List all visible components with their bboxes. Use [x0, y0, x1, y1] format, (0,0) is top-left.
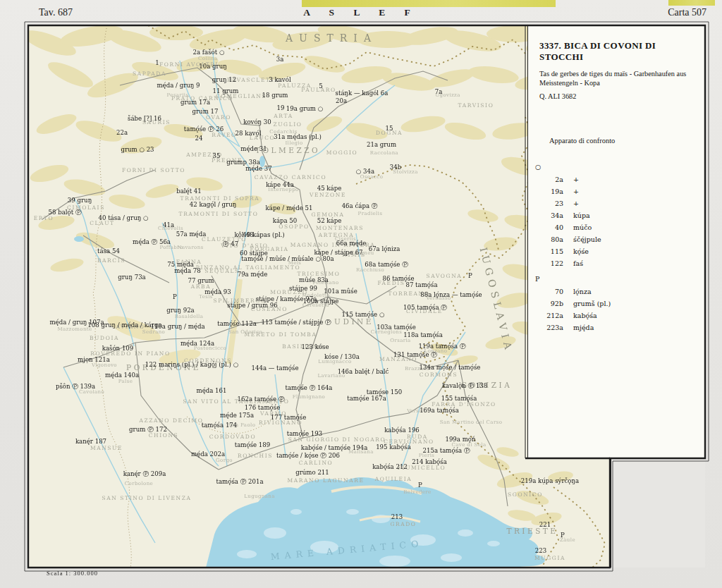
datapoint-label: 45 kápe	[317, 185, 342, 192]
datapoint-label: šábe [?] 16	[128, 115, 161, 122]
legend-panel: 3337. BICA DI COVONI DI STOCCHI Tas de g…	[528, 26, 705, 458]
datapoint-label: 24	[195, 135, 203, 142]
datapoint-label: kavalǫ̀n Ⓟ 138	[442, 382, 487, 391]
datapoint-label: 110a gruŋ / mę́da	[150, 323, 204, 330]
datapoint-label: tamǫ́śa 174	[202, 422, 238, 429]
datapoint-label: 46a ćápa Ⓟ	[342, 202, 378, 211]
datapoint-label: stájpe 99	[289, 285, 317, 292]
datapoint-label: kovóŋ 30	[243, 118, 271, 125]
legend-item: 34akúpa	[539, 209, 694, 221]
legend-item-word: śčę́jpule	[573, 233, 601, 245]
datapoint-label: grum 17	[192, 108, 219, 115]
datapoint-label: Ⓟ 47	[223, 240, 238, 249]
datapoint-label: tamǫ́śe Ⓟ 26	[184, 125, 224, 134]
datapoint-label: tamǫ́śe 112a	[217, 320, 257, 327]
map-subtitle: Tas de gerbes de tiges du maïs - Garbenh…	[539, 69, 694, 87]
datapoint-label: 1	[155, 59, 159, 66]
legend-item-word: +	[573, 197, 579, 209]
datapoint-label: mę́da 202a	[191, 451, 225, 458]
datapoint-label: 15	[386, 125, 393, 132]
legend-item-number: 92b	[539, 298, 573, 310]
datapoint-label: kápe 44a	[266, 181, 294, 188]
legend-item-word: mję́da	[573, 321, 594, 333]
datapoint-label: 87 tamǫ́śa	[405, 281, 437, 288]
datapoint-label: balę́t 41	[176, 188, 202, 195]
datapoint-label: 40 tása / gruŋ ○	[98, 214, 148, 221]
datapoint-label: 162a tamǫ́śe Ⓟ	[238, 396, 285, 404]
legend-item: 2a+	[539, 173, 694, 185]
datapoint-label: gruŋ 12	[212, 76, 236, 83]
datapoint-label: mę́da 124a	[180, 340, 214, 347]
questionnaire-ref: Q. ALI 3682	[539, 92, 694, 100]
legend-item-number: 80a	[539, 233, 573, 245]
datapoint-label: 118a tamǫ́śa	[403, 331, 443, 338]
datapoint-label: P	[561, 532, 565, 539]
datapoint-label: kanę́r 187	[75, 438, 106, 445]
datapoint-label: 113 tamǫ́śe / stájpje Ⓟ	[261, 319, 331, 327]
datapoint-label: mę́de 37	[245, 165, 272, 172]
legend-item-word: kúpa	[573, 209, 590, 221]
datapoint-label: 19a grum ○	[286, 105, 323, 112]
datapoint-label: 77 grum	[188, 277, 214, 284]
datapoint-label: 10a gruŋ	[199, 63, 226, 70]
datapoint-label: 19	[277, 104, 285, 111]
datapoint-label: 2a fašót ○	[193, 49, 225, 56]
datapoint-label: 169a tamǫ́śa	[420, 407, 459, 414]
datapoint-label: 67a lǫ́niza	[369, 245, 400, 252]
legend-item-word: múčo	[573, 221, 592, 233]
datapoint-label: P	[173, 293, 177, 300]
datapoint-label: stájpe / grum 96	[227, 302, 278, 309]
datapoint-label: 7a	[435, 88, 443, 95]
datapoint-label: 131 tamǫ́śe Ⓟ	[393, 351, 437, 360]
datapoint-label: 122 mariŋs (pl.) / kagǫ́j (pl.) ○	[145, 361, 238, 368]
datapoint-label: mę́da 78	[174, 267, 201, 274]
legend-item-number: 34a	[539, 209, 573, 221]
datapoint-label: 41a	[163, 221, 174, 228]
datapoint-label: mjọn 121a	[78, 356, 110, 363]
datapoint-label: 18 grum	[262, 92, 288, 99]
datapoint-label: grúmo 211	[295, 469, 329, 476]
page-header: Tav. 687 A S L E F Carta 507	[0, 7, 722, 23]
datapoint-label: 177 tamǫ́śe	[271, 414, 307, 421]
legend-item: 92bgrumš (pl.)	[539, 298, 694, 310]
datapoint-label: tamǫ́śa Ⓟ 201a	[216, 478, 263, 486]
datapoint-label: pšôn Ⓟ 139a	[56, 383, 95, 391]
legend-item: 80aśčę́jpule	[539, 233, 694, 245]
datapoint-label: 11 grum	[213, 87, 239, 94]
apparato-list: ○2a+19a+23+34akúpa40múčo80aśčę́jpule115k…	[539, 163, 694, 333]
datapoint-label: 79a mę́de	[238, 271, 268, 278]
legend-item-word: +	[573, 185, 579, 197]
legend-item: 122faś	[539, 257, 694, 269]
datapoint-label: kápe / mę́de 51	[266, 204, 313, 212]
legend-item: 19a+	[539, 185, 694, 197]
datapoint-label: kanę́r Ⓟ 209a	[123, 470, 166, 479]
datapoint-label: ○ 34a	[356, 168, 374, 175]
datapoint-label: 3 kavól	[269, 76, 290, 83]
datapoint-label: 39 gruŋ	[68, 197, 92, 204]
legend-item: 70lǫ́nza	[539, 286, 694, 298]
datapoint-label: grum 17a	[180, 99, 210, 106]
atlas-title: A S L E F	[0, 7, 722, 18]
datapoint-label: 5	[319, 82, 322, 90]
legend-item-word: +	[573, 173, 579, 185]
datapoint-label: 22a	[116, 129, 128, 136]
datapoint-label: grum ○ 23	[121, 146, 154, 153]
datapoint-label: tamǫ́śe 193	[287, 430, 323, 437]
datapoint-label: 115 tamǫ́śe ○	[342, 311, 385, 318]
datapoint-label: kabǫ́śa 212	[372, 463, 408, 470]
datapoint-label: tamǫ́śe 189	[235, 441, 271, 448]
datapoint-label: kóse / 130a	[324, 353, 360, 360]
legend-item-number: 2a	[539, 173, 573, 185]
datapoint-label: mę́da 161	[197, 387, 227, 394]
scan-artifact-band	[302, 0, 556, 7]
legend-item: 23+	[539, 197, 694, 209]
datapoint-label: tamǫ́se 150	[367, 388, 403, 396]
datapoint-label: mę́da Ⓟ 56a	[133, 238, 171, 247]
datapoint-label: 103a tamǫ́śe	[377, 324, 416, 331]
datapoint-label: P	[418, 482, 422, 489]
datapoint-label: 214 kabǫ́śa	[412, 458, 447, 465]
datapoint-label: 28 kavǫ́l	[235, 130, 262, 137]
datapoint-label: gruŋ 73a	[118, 274, 145, 281]
datapoint-label: mę́da / gruŋ 9	[157, 82, 200, 89]
legend-group-symbol: ○	[535, 163, 694, 171]
